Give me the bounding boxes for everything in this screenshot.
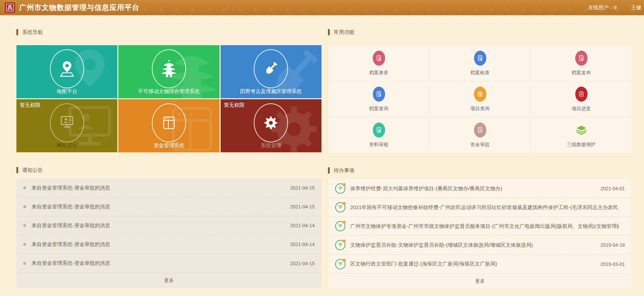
section-title-bar <box>16 167 18 173</box>
header-right: 在线用户：9 王健 <box>588 4 644 11</box>
notice-date: 2021-04-14 <box>290 223 315 228</box>
nav-tiles-grid: 地图平台 <box>16 45 321 152</box>
right-column: 常用功能 档案著录 档案检查 <box>328 15 632 288</box>
bullet-icon <box>23 186 26 189</box>
bullet-icon <box>23 224 26 227</box>
notice-list-item[interactable]: 来自资金管理系统-资金审批的消息 2021-04-15 <box>16 254 321 273</box>
todo-list-item[interactable]: 平 2021年国有不可移动文物抢修补助经费-广州农民运动讲习所旧址红砂岩墙基及建… <box>328 198 632 217</box>
page: 广州市文物数据管理与信息应用平台 在线用户：9 王健 系统导航 <box>0 0 644 296</box>
nav-tile-label: 地图平台 <box>57 88 77 95</box>
doc-magnifier-icon <box>474 51 486 66</box>
browser-window-icon <box>152 103 186 142</box>
nav-tile-label: 网站后台 <box>57 142 77 149</box>
ping-badge-icon: 平 <box>335 259 345 269</box>
layers-icon <box>575 123 588 138</box>
section-title-bar <box>328 29 330 35</box>
nav-tile-map-platform[interactable]: 地图平台 <box>16 45 117 98</box>
todo-list-item[interactable]: 平 保养维护经费-屈大均墓保养维护项目-(番禺区文物办/番禺区文物办) 2021… <box>328 179 632 198</box>
no-permission-label: 暂无权限 <box>224 102 245 108</box>
current-user[interactable]: 王健 <box>631 4 641 11</box>
functions-grid: 档案著录 档案检查 档案发布 <box>328 45 632 153</box>
bullet-icon <box>23 243 26 246</box>
nav-section-title: 系统导航 <box>16 29 321 36</box>
notice-list-item[interactable]: 来自资金管理系统-资金审批的消息 2021-04-14 <box>16 235 321 254</box>
monitor-user-icon <box>50 103 84 142</box>
notices-panel: 来自资金管理系统-资金审批的消息 2021-04-15 来自资金管理系统-资金审… <box>16 179 321 288</box>
notices-section-title: 通知公告 <box>16 167 321 173</box>
left-column: 系统导航 地图平台 <box>16 15 321 288</box>
bullet-icon <box>23 205 26 208</box>
nav-tile-label: 资金管理系统 <box>154 142 184 149</box>
header-bar: 广州市文物数据管理与信息应用平台 在线用户：9 王健 <box>0 0 644 15</box>
notice-list-item[interactable]: 来自资金管理系统-资金审批的消息 2021-04-14 <box>16 216 321 235</box>
nav-tile-system-management[interactable]: 暂无权限 <box>221 99 321 152</box>
online-users-count: 在线用户：9 <box>588 4 617 11</box>
gear-icon <box>254 103 288 142</box>
function-archive-check[interactable]: 档案检查 <box>430 46 530 81</box>
ping-badge-icon: 平 <box>335 202 345 213</box>
nav-tile-website-backend[interactable]: 暂无权限 <box>16 99 117 152</box>
function-archive-publish[interactable]: 档案发布 <box>531 46 632 81</box>
function-funds-approval[interactable]: 资金审批 <box>430 117 530 153</box>
nav-tile-funds-management-system[interactable]: 资金管理系统 <box>118 99 219 152</box>
function-3d-data-maintenance[interactable]: 三线数据维护 <box>531 117 632 153</box>
page-title: 广州市文物数据管理与信息应用平台 <box>19 3 140 12</box>
notices-more-button[interactable]: 更多 <box>16 273 321 288</box>
todos-section-title: 待办事项 <box>328 167 632 174</box>
notice-date: 2021-04-15 <box>290 204 315 209</box>
shovel-icon <box>254 49 288 88</box>
function-project-progress[interactable]: 项目进度 <box>531 81 632 117</box>
doc-edit-icon <box>373 123 385 138</box>
todo-list-item[interactable]: 平 区文物行政主管部门-批复通过-(海珠区文广新局/海珠区文广新局) 2019-… <box>328 255 632 273</box>
todo-date: 2019-03-01 <box>600 261 625 267</box>
section-title-bar <box>328 167 330 173</box>
notice-list-item[interactable]: 来自资金管理系统-资金审批的消息 2021-04-15 <box>16 197 321 216</box>
todos-panel: 平 保养维护经费-屈大均墓保养维护项目-(番禺区文物办/番禺区文物办) 2021… <box>328 179 632 288</box>
no-permission-label: 暂无权限 <box>20 102 40 108</box>
doc-seal-icon <box>373 51 385 66</box>
doc-approve-icon <box>474 123 486 138</box>
ping-badge-icon: 平 <box>335 221 345 231</box>
site-logo-icon <box>5 2 15 13</box>
notice-date: 2021-04-14 <box>290 242 315 247</box>
todo-date: 2021-04-01 <box>600 186 625 191</box>
function-archive-cataloging[interactable]: 档案著录 <box>328 46 429 81</box>
nav-tile-label: 不可移动文物综合管理系统 <box>138 88 200 95</box>
clipboard-magnifier-icon <box>474 87 486 102</box>
todo-date: 2019-04-18 <box>600 242 625 248</box>
pagoda-icon <box>152 49 186 88</box>
todo-list-item[interactable]: 平 文物保护监督员补助-文物保护监督员补助-(增城区文体旅游局/增城区文体旅游局… <box>328 236 632 255</box>
ping-badge-icon: 平 <box>335 240 345 250</box>
ping-badge-icon: 平 <box>335 183 345 194</box>
clipboard-progress-icon <box>575 87 588 102</box>
function-project-query[interactable]: 项目查询 <box>430 81 530 117</box>
nav-tile-immovable-relics-system[interactable]: 不可移动文物综合管理系统 <box>118 45 219 98</box>
todo-list-item[interactable]: 平 广州市文物保护专项资金-广州市市级文物保护监督员服务项目-(广州市文化广电新… <box>328 217 632 236</box>
nav-tile-label: 系统管理 <box>261 142 281 149</box>
notice-date: 2021-04-15 <box>290 185 315 191</box>
function-archive-query[interactable]: 档案查询 <box>328 81 429 117</box>
map-pin-icon <box>50 49 84 88</box>
notice-list-item[interactable]: 来自资金管理系统-资金审批的消息 2021-04-15 <box>16 179 321 197</box>
nav-tile-label: 田野考古及埋藏区管理系统 <box>240 88 302 95</box>
doc-magnifier-icon <box>373 87 385 102</box>
doc-seal-icon <box>575 51 588 66</box>
bullet-icon <box>23 262 26 265</box>
todos-more-button[interactable]: 更多 <box>328 273 632 289</box>
nav-tile-field-archaeology-system[interactable]: 田野考古及埋藏区管理系统 <box>221 45 321 98</box>
functions-section-title: 常用功能 <box>328 29 632 36</box>
notice-date: 2021-04-15 <box>290 261 315 266</box>
section-title-bar <box>16 29 18 35</box>
function-material-review[interactable]: 资料审核 <box>328 117 429 153</box>
